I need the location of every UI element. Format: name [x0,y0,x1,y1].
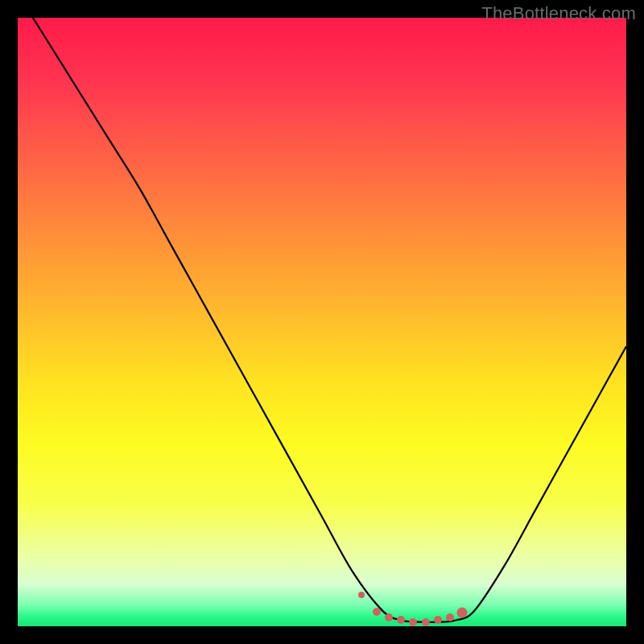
optimal-point [373,608,381,616]
chart-container: TheBottleneck.com [0,0,644,644]
optimal-point [397,616,405,624]
optimal-range-points [18,18,626,626]
watermark-text: TheBottleneck.com [481,3,636,24]
optimal-point [422,618,430,626]
optimal-point [358,592,365,598]
optimal-point [385,613,393,621]
optimal-point [456,607,467,617]
optimal-point [446,613,454,621]
plot-area [18,18,626,626]
optimal-point [409,618,417,626]
optimal-point [434,616,442,624]
